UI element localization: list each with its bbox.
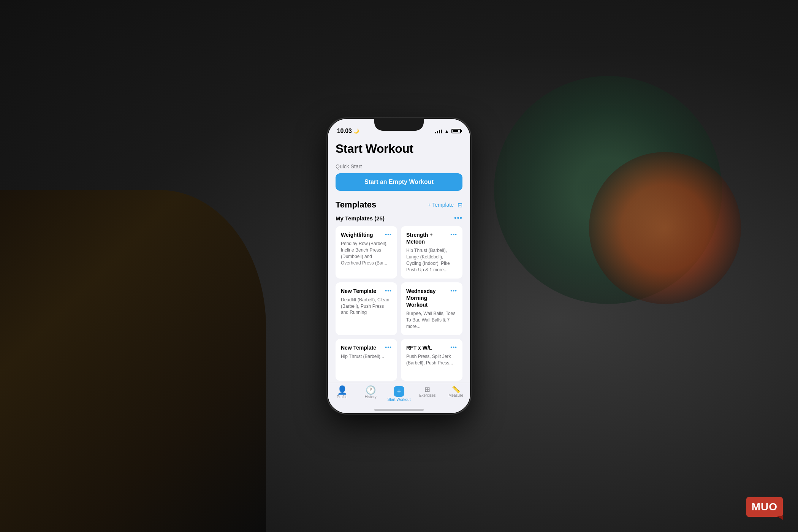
tab-exercises[interactable]: ⊞ Exercises — [413, 386, 442, 397]
template-more-button-1[interactable]: ••• — [450, 231, 457, 238]
template-card-4[interactable]: New Template ••• Hip Thrust (Barbell)... — [336, 339, 397, 381]
tab-start-workout-label: Start Workout — [388, 397, 411, 402]
tab-history-label: History — [365, 395, 377, 399]
signal-bar-1 — [435, 132, 436, 133]
signal-bar-2 — [437, 131, 438, 133]
tab-profile-icon: 👤 — [337, 386, 347, 394]
signal-bars-icon — [435, 129, 442, 133]
phone-screen: 10.03 🌙 ▲ — [328, 119, 470, 413]
template-exercises-4: Hip Thrust (Barbell)... — [341, 353, 392, 360]
phone-device: 10.03 🌙 ▲ — [327, 118, 471, 414]
tab-start-workout-icon: + — [394, 386, 404, 397]
template-card-0[interactable]: Weightlifting ••• Pendlay Row (Barbell),… — [336, 226, 397, 279]
page-title: Start Workout — [336, 142, 462, 156]
templates-header: Templates + Template ⊟ — [336, 200, 462, 210]
template-exercises-0: Pendlay Row (Barbell), Incline Bench Pre… — [341, 241, 392, 266]
templates-title: Templates — [336, 200, 376, 210]
phone-notch — [374, 118, 424, 131]
muo-watermark: MUO — [746, 497, 783, 517]
template-more-button-3[interactable]: ••• — [450, 288, 457, 294]
template-exercises-3: Burpee, Wall Balls, Toes To Bar, Wall Ba… — [406, 310, 457, 329]
my-templates-row: My Templates (25) ••• — [336, 214, 462, 222]
template-name-2: New Template — [341, 288, 383, 294]
template-card-1[interactable]: Strength + Metcon ••• Hip Thrust (Barbel… — [401, 226, 462, 279]
template-more-button-2[interactable]: ••• — [385, 288, 392, 294]
tab-measure-icon: 📏 — [452, 386, 460, 393]
template-more-button-4[interactable]: ••• — [385, 344, 392, 350]
tab-profile[interactable]: 👤 Profile — [328, 386, 356, 399]
template-more-button-5[interactable]: ••• — [450, 344, 457, 350]
template-name-1: Strength + Metcon — [406, 231, 448, 245]
tab-profile-label: Profile — [337, 395, 347, 399]
status-time: 10.03 — [337, 128, 352, 135]
my-templates-more-button[interactable]: ••• — [454, 214, 462, 222]
template-name-3: Wednesday Morning Workout — [406, 288, 448, 309]
template-grid: Weightlifting ••• Pendlay Row (Barbell),… — [336, 226, 462, 381]
tab-start-workout[interactable]: + Start Workout — [385, 386, 413, 402]
tab-exercises-icon: ⊞ — [424, 386, 430, 393]
tab-measure[interactable]: 📏 Measure — [442, 386, 470, 397]
hand-area — [0, 190, 266, 532]
tab-exercises-label: Exercises — [419, 394, 435, 397]
template-name-5: RFT x W/L — [406, 344, 448, 351]
wifi-icon: ▲ — [444, 128, 449, 134]
phone-container: 10.03 🌙 ▲ — [327, 118, 471, 414]
template-exercises-2: Deadlift (Barbell), Clean (Barbell), Pus… — [341, 297, 392, 316]
template-card-3[interactable]: Wednesday Morning Workout ••• Burpee, Wa… — [401, 282, 462, 335]
phone-content[interactable]: Start Workout Quick Start Start an Empty… — [328, 138, 470, 383]
battery-fill — [453, 130, 458, 132]
template-more-button-0[interactable]: ••• — [385, 231, 392, 238]
status-icons: ▲ — [435, 128, 461, 134]
template-card-5[interactable]: RFT x W/L ••• Push Press, Split Jerk (Ba… — [401, 339, 462, 381]
my-templates-label: My Templates (25) — [336, 215, 385, 222]
moon-icon: 🌙 — [353, 128, 359, 134]
template-name-4: New Template — [341, 344, 383, 351]
home-indicator — [374, 409, 424, 411]
quick-start-label: Quick Start — [336, 163, 462, 169]
template-exercises-1: Hip Thrust (Barbell), Lunge (Kettlebell)… — [406, 247, 457, 273]
tab-measure-label: Measure — [448, 394, 463, 397]
background-orange — [589, 152, 741, 304]
add-template-button[interactable]: + Template — [428, 202, 454, 208]
tab-history-icon: 🕐 — [366, 386, 376, 394]
template-name-0: Weightlifting — [341, 231, 383, 238]
start-empty-workout-button[interactable]: Start an Empty Workout — [336, 173, 462, 191]
template-grid-icon[interactable]: ⊟ — [458, 201, 462, 209]
signal-bar-3 — [439, 130, 440, 133]
template-card-2[interactable]: New Template ••• Deadlift (Barbell), Cle… — [336, 282, 397, 335]
signal-bar-4 — [441, 130, 442, 133]
template-exercises-5: Push Press, Split Jerk (Barbell), Push P… — [406, 353, 457, 366]
tab-history[interactable]: 🕐 History — [356, 386, 385, 399]
template-actions: + Template ⊟ — [428, 201, 462, 209]
battery-icon — [451, 129, 461, 133]
tab-bar: 👤 Profile 🕐 History + Start Workout ⊞ Ex… — [328, 383, 470, 413]
